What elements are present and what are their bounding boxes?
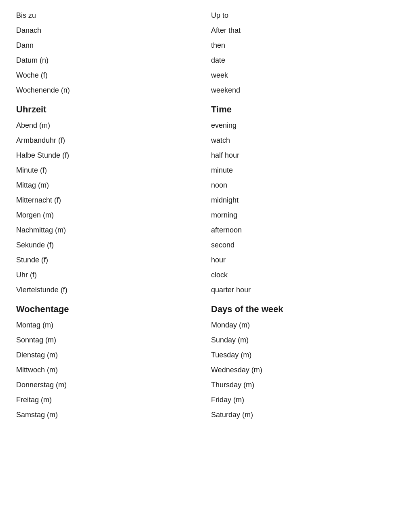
english-term: date	[207, 53, 402, 68]
german-term: Montag (m)	[12, 318, 207, 333]
german-term: Bis zu	[12, 8, 207, 23]
german-term: Freitag (m)	[12, 393, 207, 407]
vocabulary-table: Bis zuUp toDanachAfter thatDannthenDatum…	[12, 8, 402, 422]
english-term: midnight	[207, 193, 402, 208]
english-term: morning	[207, 208, 402, 223]
english-term: Thursday (m)	[207, 378, 402, 393]
english-term: Friday (m)	[207, 393, 402, 407]
german-term: Abend (m)	[12, 118, 207, 133]
english-term: minute	[207, 163, 402, 178]
english-term: After that	[207, 23, 402, 38]
vocab-row: Samstag (m)Saturday (m)	[12, 407, 402, 422]
german-term: Morgen (m)	[12, 208, 207, 223]
section-header-english: Time	[207, 98, 402, 118]
section-header-english: Days of the week	[207, 298, 402, 318]
english-term: week	[207, 68, 402, 83]
german-term: Armbanduhr (f)	[12, 133, 207, 148]
vocab-row: DanachAfter that	[12, 23, 402, 38]
section-header-row: WochentageDays of the week	[12, 298, 402, 318]
german-term: Samstag (m)	[12, 407, 207, 422]
english-term: second	[207, 238, 402, 253]
german-term: Nachmittag (m)	[12, 223, 207, 238]
german-term: Stunde (f)	[12, 253, 207, 268]
vocab-row: Nachmittag (m)afternoon	[12, 223, 402, 238]
german-term: Dann	[12, 38, 207, 53]
german-term: Donnerstag (m)	[12, 378, 207, 393]
section-header-german: Wochentage	[12, 298, 207, 318]
vocab-row: Bis zuUp to	[12, 8, 402, 23]
german-term: Woche (f)	[12, 68, 207, 83]
german-term: Dienstag (m)	[12, 348, 207, 363]
vocab-row: Mittwoch (m)Wednesday (m)	[12, 363, 402, 378]
german-term: Mitternacht (f)	[12, 193, 207, 208]
vocab-row: Stunde (f)hour	[12, 253, 402, 268]
german-term: Halbe Stunde (f)	[12, 148, 207, 163]
german-term: Datum (n)	[12, 53, 207, 68]
german-term: Mittag (m)	[12, 178, 207, 193]
vocab-row: Morgen (m)morning	[12, 208, 402, 223]
vocab-row: Montag (m)Monday (m)	[12, 318, 402, 333]
vocab-row: Viertelstunde (f)quarter hour	[12, 283, 402, 298]
vocab-row: Mitternacht (f)midnight	[12, 193, 402, 208]
vocab-row: Datum (n)date	[12, 53, 402, 68]
german-term: Viertelstunde (f)	[12, 283, 207, 298]
english-term: hour	[207, 253, 402, 268]
german-term: Wochenende (n)	[12, 83, 207, 98]
vocab-row: Dienstag (m)Tuesday (m)	[12, 348, 402, 363]
english-term: Up to	[207, 8, 402, 23]
english-term: Wednesday (m)	[207, 363, 402, 378]
english-term: quarter hour	[207, 283, 402, 298]
english-term: Saturday (m)	[207, 407, 402, 422]
vocab-row: Wochenende (n)weekend	[12, 83, 402, 98]
english-term: half hour	[207, 148, 402, 163]
vocab-row: Dannthen	[12, 38, 402, 53]
german-term: Sekunde (f)	[12, 238, 207, 253]
vocab-row: Armbanduhr (f)watch	[12, 133, 402, 148]
section-header-row: UhrzeitTime	[12, 98, 402, 118]
vocab-row: Uhr (f)clock	[12, 268, 402, 283]
german-term: Minute (f)	[12, 163, 207, 178]
german-term: Sonntag (m)	[12, 333, 207, 348]
english-term: weekend	[207, 83, 402, 98]
german-term: Uhr (f)	[12, 268, 207, 283]
english-term: afternoon	[207, 223, 402, 238]
vocab-row: Mittag (m)noon	[12, 178, 402, 193]
german-term: Mittwoch (m)	[12, 363, 207, 378]
vocab-row: Woche (f)week	[12, 68, 402, 83]
english-term: Monday (m)	[207, 318, 402, 333]
english-term: Tuesday (m)	[207, 348, 402, 363]
english-term: Sunday (m)	[207, 333, 402, 348]
vocab-row: Halbe Stunde (f)half hour	[12, 148, 402, 163]
english-term: then	[207, 38, 402, 53]
section-header-german: Uhrzeit	[12, 98, 207, 118]
english-term: evening	[207, 118, 402, 133]
vocab-row: Freitag (m)Friday (m)	[12, 393, 402, 407]
english-term: watch	[207, 133, 402, 148]
english-term: clock	[207, 268, 402, 283]
german-term: Danach	[12, 23, 207, 38]
english-term: noon	[207, 178, 402, 193]
vocab-row: Minute (f)minute	[12, 163, 402, 178]
vocab-row: Sonntag (m)Sunday (m)	[12, 333, 402, 348]
vocab-row: Abend (m)evening	[12, 118, 402, 133]
vocab-row: Sekunde (f)second	[12, 238, 402, 253]
vocab-row: Donnerstag (m)Thursday (m)	[12, 378, 402, 393]
